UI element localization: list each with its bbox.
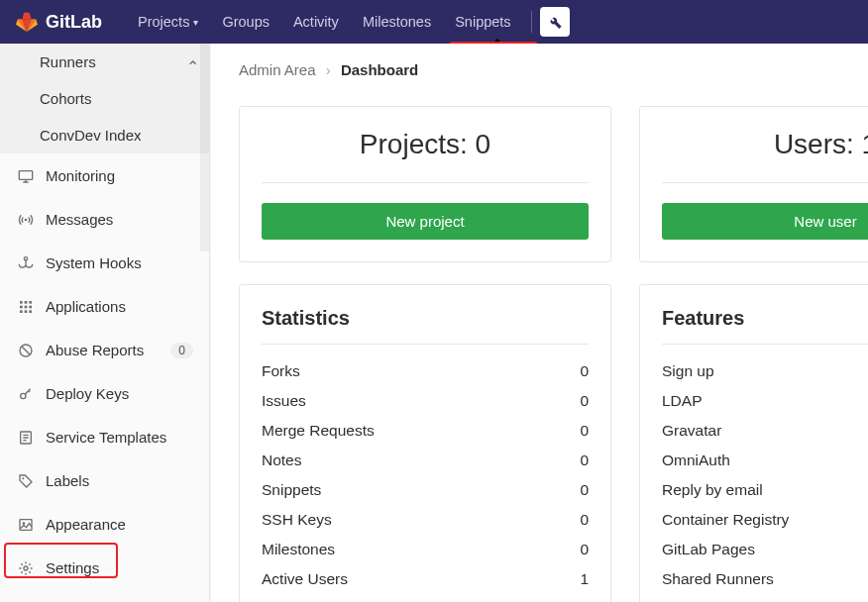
- abuse-count-badge: 0: [170, 343, 193, 358]
- hook-icon: [16, 255, 36, 271]
- svg-point-13: [21, 393, 26, 398]
- sidebar-item-messages[interactable]: Messages: [0, 197, 209, 241]
- svg-rect-8: [29, 305, 32, 308]
- details-row: Statistics Forks0Issues0Merge Requests0N…: [239, 284, 868, 602]
- feature-row: Reply by email: [662, 475, 868, 505]
- sidebar-item-label: Service Templates: [46, 429, 166, 446]
- sidebar-item-label: Labels: [46, 472, 89, 489]
- stat-label: Snippets: [262, 481, 321, 499]
- svg-point-17: [23, 522, 26, 525]
- sidebar-item-runners[interactable]: Runners: [0, 44, 209, 80]
- svg-rect-4: [25, 301, 28, 304]
- chevron-down-icon: ▾: [193, 17, 198, 28]
- sidebar-item-label: Messages: [46, 211, 113, 228]
- breadcrumb: Admin Area › Dashboard: [239, 61, 840, 78]
- stat-value: 0: [580, 481, 589, 499]
- scrollbar[interactable]: [200, 44, 209, 251]
- stat-row: Notes0: [262, 446, 589, 475]
- stat-value: 0: [580, 452, 589, 469]
- sidebar-item-label: Appearance: [46, 516, 126, 533]
- stat-row: Snippets0: [262, 475, 589, 505]
- svg-rect-6: [20, 305, 23, 308]
- brand[interactable]: GitLab: [16, 11, 102, 33]
- chevron-right-icon: ›: [326, 61, 331, 78]
- gear-icon: [16, 560, 36, 576]
- svg-rect-0: [19, 170, 32, 179]
- users-count-title: Users: 1: [662, 129, 868, 183]
- sidebar-item-cohorts[interactable]: Cohorts: [0, 80, 209, 117]
- sidebar-item-label: Deploy Keys: [46, 385, 129, 402]
- main-content: Admin Area › Dashboard Projects: 0 New p…: [210, 44, 868, 602]
- feature-row: GitLab Pages: [662, 535, 868, 564]
- sidebar-item-labels[interactable]: Labels: [0, 458, 209, 502]
- image-icon: [16, 517, 36, 533]
- projects-count-title: Projects: 0: [262, 129, 589, 183]
- stat-label: SSH Keys: [262, 511, 332, 529]
- primary-nav: Projects ▾ Groups Activity Milestones Sn…: [126, 0, 570, 44]
- admin-area-button[interactable]: [540, 7, 570, 37]
- stat-value: 0: [580, 541, 589, 558]
- sidebar-subsection: Runners Cohorts ConvDev Index: [0, 44, 209, 153]
- nav-milestones[interactable]: Milestones: [351, 0, 443, 44]
- sidebar-item-label: Settings: [46, 559, 99, 576]
- nav-projects-label: Projects: [138, 14, 189, 30]
- stat-row: SSH Keys0: [262, 505, 589, 535]
- nav-groups[interactable]: Groups: [210, 0, 281, 44]
- wrench-icon: [547, 14, 563, 30]
- feature-row: Shared Runners: [662, 564, 868, 594]
- new-project-button[interactable]: New project: [262, 203, 589, 240]
- template-icon: [16, 430, 36, 446]
- stat-value: 0: [580, 422, 589, 440]
- grid-icon: [16, 299, 36, 315]
- new-user-button[interactable]: New user: [662, 203, 868, 240]
- svg-rect-11: [29, 310, 32, 313]
- nav-snippets[interactable]: Snippets: [443, 0, 522, 44]
- svg-point-18: [24, 566, 28, 570]
- nav-projects[interactable]: Projects ▾: [126, 0, 210, 44]
- breadcrumb-current: Dashboard: [341, 61, 418, 78]
- feature-row: LDAP: [662, 386, 868, 416]
- sidebar-item-settings[interactable]: Settings: [0, 546, 209, 589]
- nav-divider: [531, 11, 532, 33]
- stat-row: Forks0: [262, 356, 589, 386]
- stat-row: Merge Requests0: [262, 416, 589, 446]
- block-icon: [16, 343, 36, 358]
- stat-label: Forks: [262, 362, 300, 380]
- feature-row: Container Registry: [662, 505, 868, 535]
- sidebar: ⌃ Runners Cohorts ConvDev Index Monitori…: [0, 44, 210, 602]
- sidebar-item-label: System Hooks: [46, 254, 142, 271]
- sidebar-item-abuse-reports[interactable]: Abuse Reports 0: [0, 328, 209, 371]
- stat-value: 0: [580, 392, 589, 410]
- sidebar-item-appearance[interactable]: Appearance: [0, 502, 209, 546]
- feature-row: OmniAuth: [662, 446, 868, 475]
- svg-rect-3: [20, 301, 23, 304]
- features-list: Sign upLDAPGravatarOmniAuthReply by emai…: [662, 356, 868, 594]
- tags-icon: [16, 473, 36, 489]
- stat-row: Active Users1: [262, 564, 589, 594]
- stat-row: Milestones0: [262, 535, 589, 564]
- breadcrumb-root[interactable]: Admin Area: [239, 61, 316, 78]
- gitlab-logo-icon: [16, 11, 38, 33]
- brand-name: GitLab: [46, 12, 102, 33]
- svg-rect-7: [25, 305, 28, 308]
- sidebar-item-deploy-keys[interactable]: Deploy Keys: [0, 371, 209, 415]
- sidebar-item-service-templates[interactable]: Service Templates: [0, 415, 209, 458]
- sidebar-item-system-hooks[interactable]: System Hooks: [0, 241, 209, 284]
- sidebar-item-convdev[interactable]: ConvDev Index: [0, 117, 209, 153]
- sidebar-item-label: Monitoring: [46, 167, 115, 184]
- stat-value: 0: [580, 362, 589, 380]
- stat-label: Active Users: [262, 570, 348, 588]
- stat-row: Issues0: [262, 386, 589, 416]
- features-card: Features Sign upLDAPGravatarOmniAuthRepl…: [639, 284, 868, 602]
- chevron-up-icon[interactable]: ⌃: [186, 57, 199, 76]
- statistics-card: Statistics Forks0Issues0Merge Requests0N…: [239, 284, 611, 602]
- stat-label: Notes: [262, 452, 302, 469]
- svg-rect-10: [25, 310, 28, 313]
- sidebar-item-monitoring[interactable]: Monitoring: [0, 153, 209, 197]
- broadcast-icon: [16, 212, 36, 228]
- overview-row: Projects: 0 New project Users: 1 New use…: [239, 106, 868, 262]
- sidebar-item-applications[interactable]: Applications: [0, 284, 209, 328]
- stat-value: 1: [580, 570, 589, 588]
- nav-activity[interactable]: Activity: [281, 0, 351, 44]
- users-card: Users: 1 New user: [639, 106, 868, 262]
